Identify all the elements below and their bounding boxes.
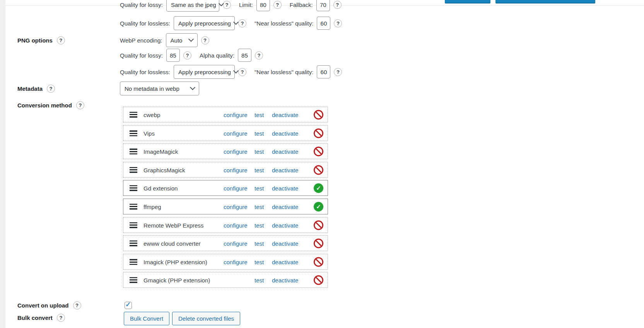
png-quality-lossy-row: Quality for lossy: 85 ? Alpha quality: 8… [120,48,263,62]
jpeg-near-lossless-label: "Near lossless" quality: [255,20,313,27]
png-webp-encoding-row: WebP encoding: Auto ? [120,33,209,47]
help-icon[interactable]: ? [73,301,81,309]
configure-link[interactable]: configure [224,185,248,191]
drag-handle-icon[interactable] [130,222,137,228]
bulk-convert-button[interactable]: Bulk Convert [124,312,169,325]
test-link[interactable]: test [255,148,264,155]
help-icon[interactable]: ? [47,85,55,93]
test-link[interactable]: test [255,222,264,228]
deactivate-link[interactable]: deactivate [272,167,298,173]
help-icon[interactable]: ? [223,1,231,9]
converter-row-remote-webp-express: Remote WebP Express configure test deact… [123,217,328,233]
test-link[interactable]: test [255,258,264,265]
configure-link[interactable]: configure [224,111,248,118]
convert-on-upload-checkbox[interactable] [125,302,132,309]
drag-handle-icon[interactable] [130,204,137,209]
help-icon[interactable]: ? [183,51,191,59]
drag-handle-icon[interactable] [130,277,137,283]
deactivate-link[interactable]: deactivate [272,240,298,246]
jpeg-quality-lossless-select[interactable]: Apply preprocessing [174,16,235,30]
png-quality-lossy-input[interactable]: 85 [166,49,180,62]
configure-link[interactable]: configure [224,130,248,136]
help-icon[interactable]: ? [201,36,209,44]
converter-name: ImageMagick [143,148,178,155]
drag-handle-icon[interactable] [130,259,137,265]
jpeg-limit-label: Limit: [239,2,253,8]
metadata-select[interactable]: No metadata in webp [120,82,199,95]
help-icon[interactable]: ? [334,68,342,76]
test-link[interactable]: test [255,167,264,173]
metadata-section-label: Metadata ? [17,82,55,95]
help-icon[interactable]: ? [255,51,263,59]
converter-row-graphicsmagick: GraphicsMagick configure test deactivate [123,162,328,178]
prohibited-icon [314,220,323,230]
converter-row-ffmpeg: ffmpeg configure test deactivate [123,199,328,214]
help-icon[interactable]: ? [57,36,65,44]
bulk-convert-label-text: Bulk convert [17,314,53,321]
help-icon[interactable]: ? [334,19,342,27]
delete-converted-files-button[interactable]: Delete converted files [172,312,240,325]
deactivate-link[interactable]: deactivate [272,185,298,191]
drag-handle-icon[interactable] [130,112,137,117]
configure-link[interactable]: configure [224,240,248,246]
test-link[interactable]: test [255,130,264,136]
prohibited-icon [314,238,323,248]
png-options-section-label: PNG options ? [17,33,65,47]
configure-link[interactable]: configure [224,167,248,173]
converter-name: Imagick (PHP extension) [143,258,207,265]
webp-express-settings-page: Quality for lossy: Same as the jpeg ? Li… [0,0,644,328]
drag-handle-icon[interactable] [130,167,137,173]
jpeg-quality-lossy-select[interactable]: Same as the jpeg [166,0,219,12]
jpeg-quality-lossy-row: Quality for lossy: Same as the jpeg ? Li… [120,0,342,12]
deactivate-link[interactable]: deactivate [272,277,298,283]
help-icon[interactable]: ? [57,314,65,322]
deactivate-link[interactable]: deactivate [272,222,298,228]
active-check-icon [314,183,323,193]
drag-handle-icon[interactable] [130,185,137,191]
help-icon[interactable]: ? [76,101,84,109]
configure-link[interactable]: configure [224,222,248,228]
save-settings-button-partial[interactable] [445,0,490,3]
metadata-row: No metadata in webp [120,82,199,95]
png-alpha-quality-input[interactable]: 85 [238,49,251,62]
drag-handle-icon[interactable] [130,240,137,246]
jpeg-limit-input[interactable]: 80 [256,0,270,11]
prohibited-icon [314,275,323,285]
help-icon[interactable]: ? [333,1,342,9]
test-link[interactable]: test [255,277,264,283]
test-link[interactable]: test [255,203,264,210]
conversion-method-section-label: Conversion method ? [17,98,84,112]
jpeg-quality-lossless-label: Quality for lossless: [120,20,170,27]
converter-name: ffmpeg [143,203,161,210]
deactivate-link[interactable]: deactivate [272,203,298,210]
drag-handle-icon[interactable] [130,130,137,136]
help-icon[interactable]: ? [238,68,246,76]
png-options-label-text: PNG options [17,37,53,44]
converter-row-cwebp: cwebp configure test deactivate [123,107,328,122]
configure-link[interactable]: configure [224,203,248,210]
help-icon[interactable]: ? [273,1,282,9]
png-near-lossless-input[interactable]: 60 [317,65,330,78]
jpeg-near-lossless-input[interactable]: 60 [317,17,330,30]
test-link[interactable]: test [255,185,264,191]
jpeg-fallback-input[interactable]: 70 [316,0,330,11]
prohibited-icon [314,146,323,156]
deactivate-link[interactable]: deactivate [272,258,298,265]
help-icon[interactable]: ? [238,19,246,27]
save-settings-force-htaccess-button-partial[interactable] [495,0,595,3]
png-quality-lossless-select[interactable]: Apply preprocessing [174,65,235,79]
prohibited-icon [314,257,323,267]
prohibited-icon [314,128,323,138]
prohibited-icon [314,110,323,119]
configure-link[interactable]: configure [224,258,248,265]
png-alpha-quality-label: Alpha quality: [200,52,234,59]
webp-encoding-select[interactable]: Auto [166,33,198,47]
deactivate-link[interactable]: deactivate [272,111,298,118]
deactivate-link[interactable]: deactivate [272,130,298,136]
png-quality-lossy-label: Quality for lossy: [120,52,163,59]
test-link[interactable]: test [255,111,264,118]
deactivate-link[interactable]: deactivate [272,148,298,155]
drag-handle-icon[interactable] [130,148,137,154]
test-link[interactable]: test [255,240,264,246]
configure-link[interactable]: configure [224,148,248,155]
